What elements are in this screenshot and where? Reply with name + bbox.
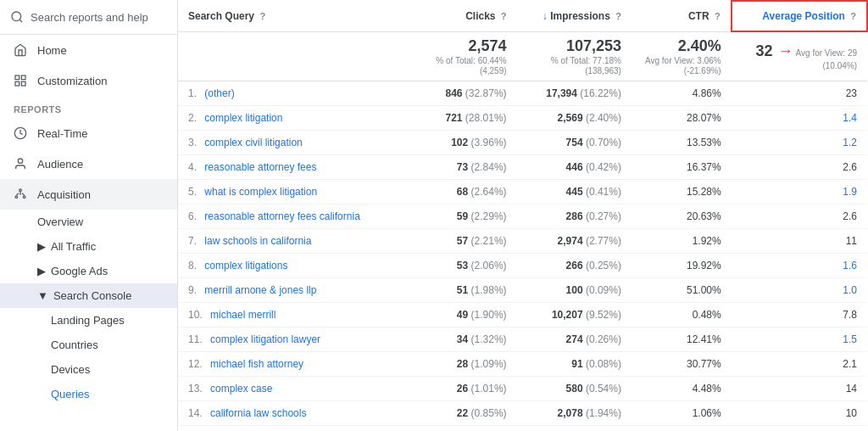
cell-ctr-9: 0.48% xyxy=(632,302,732,327)
cell-impressions-0: 17,394 (16.22%) xyxy=(517,81,632,105)
cell-query-14[interactable]: 15. what are reasonable attorney fees xyxy=(178,425,415,431)
row-num: 10. xyxy=(188,309,203,321)
col-search-query[interactable]: Search Query ? xyxy=(178,1,415,31)
col-search-query-label: Search Query xyxy=(188,10,254,22)
cell-query-5[interactable]: 6. reasonable attorney fees california xyxy=(178,204,415,228)
cell-avgpos-10: 1.5 xyxy=(732,327,867,351)
table-row: 2. complex litigation 721 (28.01%) 2,569… xyxy=(178,105,867,130)
table-row: 1. (other) 846 (32.87%) 17,394 (16.22%) … xyxy=(178,81,867,105)
col-impressions-help[interactable]: ? xyxy=(615,11,621,21)
col-ctr-label: CTR xyxy=(688,10,709,22)
sidebar-sub-googleads[interactable]: ▶ Google Ads xyxy=(0,259,177,283)
table-row: 4. reasonable attorney fees 73 (2.84%) 4… xyxy=(178,154,867,179)
acquisition-label: Acquisition xyxy=(37,188,91,201)
acquisition-icon xyxy=(14,188,27,201)
cell-query-4[interactable]: 5. what is complex litigation xyxy=(178,179,415,204)
row-num: 7. xyxy=(188,235,197,247)
table-row: 8. complex litigations 53 (2.06%) 266 (0… xyxy=(178,253,867,277)
cell-query-12[interactable]: 13. complex case xyxy=(178,376,415,400)
sidebar-item-home[interactable]: Home xyxy=(0,35,177,65)
col-clicks-help[interactable]: ? xyxy=(501,11,507,21)
cell-avgpos-8: 1.0 xyxy=(732,277,867,302)
svg-rect-4 xyxy=(15,81,19,86)
sidebar-item-acquisition[interactable]: Acquisition xyxy=(0,179,177,210)
cell-clicks-6: 57 (2.21%) xyxy=(415,228,517,253)
row-num: 4. xyxy=(188,161,197,173)
svg-rect-5 xyxy=(21,81,25,86)
summary-impressions-sub: % of Total: 77.18% (138,963) xyxy=(551,56,621,76)
table-row: 11. complex litigation lawyer 34 (1.32%)… xyxy=(178,327,867,351)
summary-impressions-value: 107,253 xyxy=(527,37,621,55)
cell-avgpos-14: 2.1 xyxy=(732,425,867,431)
sidebar-sub-alltraffic[interactable]: ▶ All Traffic xyxy=(0,234,177,259)
sidebar-sub-countries[interactable]: Countries xyxy=(0,333,177,357)
cell-avgpos-0: 23 xyxy=(732,81,867,105)
cell-query-10[interactable]: 11. complex litigation lawyer xyxy=(178,327,415,351)
cell-avgpos-6: 11 xyxy=(732,228,867,253)
cell-avgpos-5: 2.6 xyxy=(732,204,867,228)
col-ctr-help[interactable]: ? xyxy=(715,11,721,21)
customization-label: Customization xyxy=(37,75,107,87)
cell-query-3[interactable]: 4. reasonable attorney fees xyxy=(178,154,415,179)
sidebar-item-realtime[interactable]: Real-Time xyxy=(0,118,177,148)
col-clicks[interactable]: Clicks ? xyxy=(415,1,517,31)
table-row: 3. complex civil litigation 102 (3.96%) … xyxy=(178,130,867,154)
cell-ctr-12: 4.48% xyxy=(632,376,732,400)
sidebar-sub-landingpages[interactable]: Landing Pages xyxy=(0,308,177,333)
col-impressions[interactable]: ↓ Impressions ? xyxy=(517,1,632,31)
cell-avgpos-13: 10 xyxy=(732,400,867,425)
cell-ctr-13: 1.06% xyxy=(632,400,732,425)
cell-query-11[interactable]: 12. michael fish attorney xyxy=(178,351,415,376)
query-text: complex litigation lawyer xyxy=(210,333,320,345)
row-num: 8. xyxy=(188,260,197,271)
summary-ctr-value: 2.40% xyxy=(642,37,721,55)
query-text: (other) xyxy=(204,87,234,99)
sidebar-sub-devices[interactable]: Devices xyxy=(0,357,177,382)
table-body: 1. (other) 846 (32.87%) 17,394 (16.22%) … xyxy=(178,81,867,431)
cell-query-6[interactable]: 7. law schools in california xyxy=(178,228,415,253)
cell-query-7[interactable]: 8. complex litigations xyxy=(178,253,415,277)
cell-query-1[interactable]: 2. complex litigation xyxy=(178,105,415,130)
summary-clicks-sub: % of Total: 60.44% (4,259) xyxy=(436,56,506,76)
col-avg-pos-help[interactable]: ? xyxy=(850,11,856,21)
col-ctr[interactable]: CTR ? xyxy=(632,1,732,31)
col-search-query-help[interactable]: ? xyxy=(259,11,265,21)
col-avg-position[interactable]: Average Position ? xyxy=(732,1,867,31)
cell-query-2[interactable]: 3. complex civil litigation xyxy=(178,130,415,154)
row-num: 2. xyxy=(188,112,197,124)
search-placeholder: Search reports and help xyxy=(31,11,148,24)
sidebar-sub-overview[interactable]: Overview xyxy=(0,210,177,234)
table-row: 6. reasonable attorney fees california 5… xyxy=(178,204,867,228)
sidebar-sub-searchconsole[interactable]: ▼ Search Console xyxy=(0,283,177,308)
clock-icon xyxy=(14,126,27,140)
row-num: 1. xyxy=(188,87,197,99)
home-icon xyxy=(14,43,27,57)
cell-impressions-11: 91 (0.08%) xyxy=(517,351,632,376)
cell-impressions-2: 754 (0.70%) xyxy=(517,130,632,154)
cell-clicks-7: 53 (2.06%) xyxy=(415,253,517,277)
svg-point-0 xyxy=(12,12,21,21)
query-text: complex litigation xyxy=(204,112,282,124)
sidebar-item-customization[interactable]: Customization xyxy=(0,65,177,96)
cell-query-13[interactable]: 14. california law schools xyxy=(178,400,415,425)
sidebar-item-audience[interactable]: Audience xyxy=(0,148,177,179)
cell-ctr-3: 16.37% xyxy=(632,154,732,179)
cell-ctr-8: 51.00% xyxy=(632,277,732,302)
query-text: complex civil litigation xyxy=(204,137,302,148)
cell-query-9[interactable]: 10. michael merrill xyxy=(178,302,415,327)
cell-ctr-11: 30.77% xyxy=(632,351,732,376)
cell-query-8[interactable]: 9. merrill arnone & jones llp xyxy=(178,277,415,302)
table-wrapper: Search Query ? Clicks ? ↓ Impressions ? … xyxy=(178,0,868,431)
row-num: 6. xyxy=(188,210,197,222)
search-bar[interactable]: Search reports and help xyxy=(0,0,177,35)
table-row: 9. merrill arnone & jones llp 51 (1.98%)… xyxy=(178,277,867,302)
reports-section-label: REPORTS xyxy=(0,96,177,118)
cell-clicks-12: 26 (1.01%) xyxy=(415,376,517,400)
query-text: merrill arnone & jones llp xyxy=(204,284,316,296)
cell-query-0[interactable]: 1. (other) xyxy=(178,81,415,105)
cell-clicks-3: 73 (2.84%) xyxy=(415,154,517,179)
cell-ctr-6: 1.92% xyxy=(632,228,732,253)
svg-rect-3 xyxy=(21,76,25,80)
main-content: Search Query ? Clicks ? ↓ Impressions ? … xyxy=(178,0,868,431)
sidebar-sub-queries[interactable]: Queries xyxy=(0,382,177,406)
